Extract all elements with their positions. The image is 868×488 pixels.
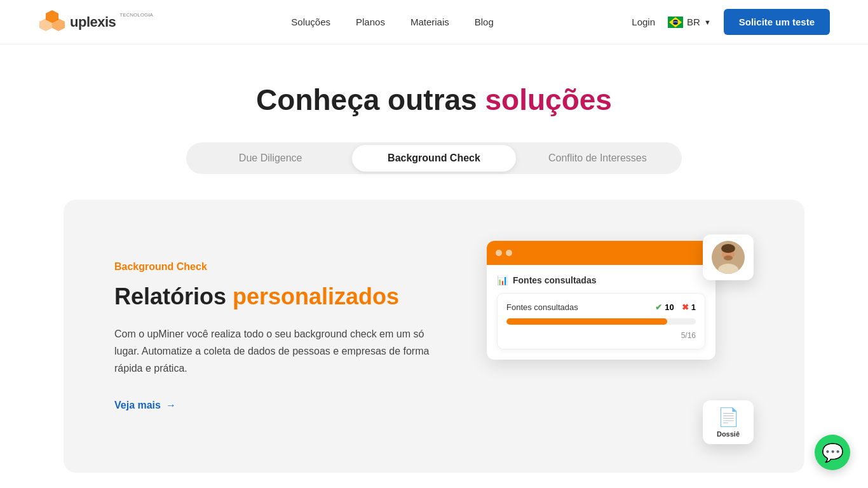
- svg-point-6: [673, 20, 678, 25]
- stat-check: ✔ 10: [655, 302, 674, 312]
- tab-background-check[interactable]: Background Check: [352, 145, 515, 172]
- panel-heading-highlight: personalizados: [233, 283, 399, 309]
- navbar-right: Login BR ▼ Solicite um teste: [632, 9, 830, 35]
- card-stats: ✔ 10 ✖ 1: [655, 302, 696, 312]
- nav-planos[interactable]: Planos: [356, 17, 385, 27]
- tabs-container: Due Diligence Background Check Conflito …: [38, 142, 830, 174]
- mockup-dossie-card: 📄 Dossiê: [703, 400, 754, 444]
- mockup-window: 📊 Fontes consultadas Fontes consultadas …: [487, 241, 715, 360]
- progress-bar-container: [506, 318, 696, 325]
- svg-point-9: [721, 244, 735, 253]
- panel-description: Com o upMiner você realiza todo o seu ba…: [114, 325, 432, 377]
- lang-label: BR: [687, 17, 700, 27]
- whatsapp-button[interactable]: 💬: [815, 435, 850, 470]
- dossie-label: Dossiê: [717, 430, 740, 438]
- logo[interactable]: uplexis uplexis TECNOLOGIA: [38, 8, 153, 36]
- tab-due-diligence[interactable]: Due Diligence: [189, 145, 352, 172]
- see-more-link[interactable]: Veja mais →: [114, 400, 432, 411]
- navbar: uplexis uplexis TECNOLOGIA Soluções Plan…: [0, 0, 868, 44]
- x-icon: ✖: [682, 302, 689, 312]
- main-nav: Soluções Planos Materiais Blog: [291, 17, 493, 27]
- content-left: Background Check Relatórios personalizad…: [114, 261, 432, 412]
- nav-blog[interactable]: Blog: [475, 17, 494, 27]
- card-title: Fontes consultadas: [506, 302, 578, 312]
- mockup-header: [487, 241, 715, 265]
- lang-selector[interactable]: BR ▼: [668, 17, 711, 28]
- logo-text: uplexis: [70, 14, 116, 30]
- avatar: [712, 241, 745, 274]
- avatar-image: [712, 241, 745, 274]
- content-panel: Background Check Relatórios personalizad…: [64, 200, 804, 473]
- panel-heading-start: Relatórios: [114, 283, 233, 309]
- mockup-avatar-card: [703, 234, 754, 280]
- check-icon: ✔: [655, 302, 662, 312]
- mockup-section-title: 📊 Fontes consultadas: [497, 275, 705, 285]
- flag-icon: [668, 17, 683, 28]
- mockup-card: Fontes consultadas ✔ 10 ✖ 1: [497, 293, 705, 349]
- dossie-icon: 📄: [717, 407, 740, 428]
- progress-bar-fill: [506, 318, 667, 325]
- section-title-start: Conheça outras: [256, 83, 485, 116]
- arrow-icon: →: [166, 400, 176, 411]
- mockup-area: 📊 Fontes consultadas Fontes consultadas …: [487, 241, 754, 431]
- stat-x-value: 1: [691, 302, 696, 312]
- panel-heading: Relatórios personalizados: [114, 283, 432, 310]
- cta-button[interactable]: Solicite um teste: [724, 9, 830, 35]
- login-link[interactable]: Login: [632, 17, 655, 27]
- section-title-highlight: soluções: [485, 83, 612, 116]
- stat-check-value: 10: [665, 302, 674, 312]
- mockup-section-label: Fontes consultadas: [513, 275, 596, 285]
- tab-conflito[interactable]: Conflito de Interesses: [516, 145, 679, 172]
- mockup-dot-2: [506, 250, 512, 256]
- logo-subtitle: TECNOLOGIA: [119, 12, 153, 18]
- nav-materiais[interactable]: Materiais: [410, 17, 449, 27]
- mockup-dot-1: [496, 250, 502, 256]
- progress-text: 5/16: [506, 331, 696, 340]
- section-title: Conheça outras soluções: [38, 83, 830, 117]
- stat-x: ✖ 1: [682, 302, 696, 312]
- nav-solucoes[interactable]: Soluções: [291, 17, 330, 27]
- chart-bar-icon: 📊: [497, 275, 508, 285]
- whatsapp-icon: 💬: [822, 442, 844, 463]
- panel-label: Background Check: [114, 261, 432, 273]
- see-more-text: Veja mais: [114, 400, 161, 411]
- svg-text:uplexis: uplexis: [41, 35, 65, 36]
- svg-point-11: [724, 255, 733, 261]
- mockup-body: 📊 Fontes consultadas Fontes consultadas …: [487, 265, 715, 360]
- tabs: Due Diligence Background Check Conflito …: [186, 142, 682, 174]
- card-row: Fontes consultadas ✔ 10 ✖ 1: [506, 302, 696, 312]
- chevron-down-icon: ▼: [704, 18, 711, 26]
- main-content: Conheça outras soluções Due Diligence Ba…: [0, 44, 868, 473]
